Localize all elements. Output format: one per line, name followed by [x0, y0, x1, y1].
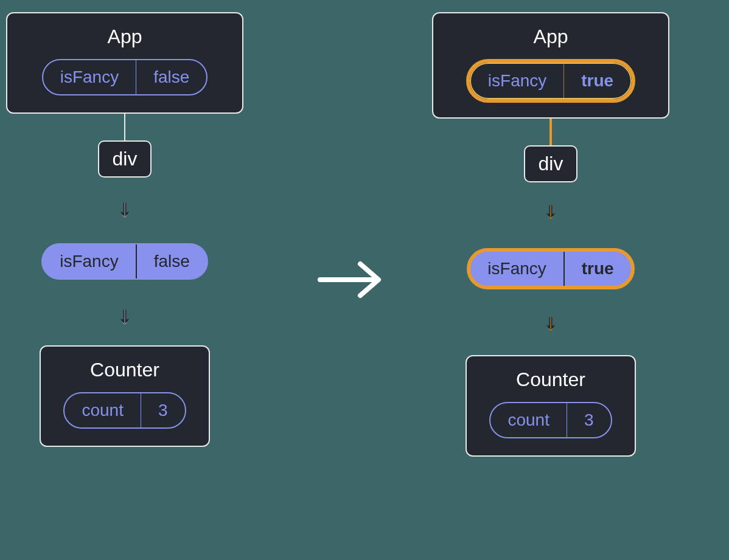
prop-key: isFancy: [43, 244, 136, 278]
connector-highlighted: [549, 119, 552, 145]
prop-key: isFancy: [470, 252, 564, 286]
tree-before: App isFancy false div isFancy false Coun…: [6, 12, 243, 447]
state-value: 3: [141, 393, 185, 427]
node-title: App: [108, 26, 142, 48]
state-pill-count: count 3: [63, 392, 186, 429]
node-title: App: [534, 26, 568, 48]
node-label: div: [113, 148, 138, 170]
sparkle-icon: [632, 248, 635, 265]
state-pill-isfancy-highlighted: isFancy true: [466, 59, 635, 103]
state-value: true: [564, 64, 630, 98]
app-node: App isFancy true: [432, 12, 669, 119]
state-key: isFancy: [43, 60, 136, 94]
state-value: 3: [567, 403, 611, 437]
state-key: count: [490, 403, 567, 437]
node-title: Counter: [516, 368, 585, 391]
connector: [124, 114, 125, 140]
div-node: div: [98, 140, 152, 178]
prop-value: false: [137, 244, 207, 278]
state-value: false: [136, 60, 206, 94]
arrow-down-icon: [545, 182, 557, 243]
node-label: div: [539, 153, 563, 175]
counter-node: Counter count 3: [40, 345, 210, 447]
state-pill-count: count 3: [489, 402, 612, 438]
app-node: App isFancy false: [6, 12, 243, 114]
state-key: count: [65, 393, 141, 427]
state-key: isFancy: [471, 64, 564, 98]
div-node: div: [524, 145, 578, 182]
prop-pill-isfancy: isFancy false: [41, 243, 208, 280]
sparkle-icon: [633, 59, 635, 75]
arrow-down-icon: [545, 294, 557, 355]
counter-node: Counter count 3: [466, 355, 636, 457]
prop-pill-isfancy-highlighted: isFancy true: [467, 248, 634, 289]
tree-after: App isFancy true div isFancy true: [432, 12, 669, 457]
arrow-down-icon: [119, 285, 131, 345]
node-title: Counter: [90, 359, 159, 381]
transition-arrow-icon: [316, 255, 389, 306]
arrow-down-icon: [119, 178, 131, 238]
state-pill-isfancy: isFancy false: [42, 59, 208, 95]
prop-value: true: [565, 252, 631, 286]
